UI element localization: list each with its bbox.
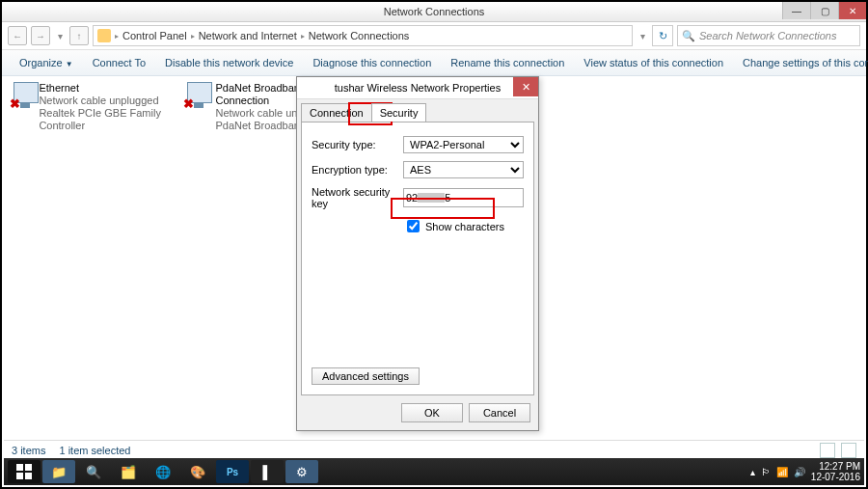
status-item-count: 3 items — [12, 445, 45, 456]
advanced-settings-button[interactable]: Advanced settings — [312, 367, 420, 385]
change-settings-button[interactable]: Change settings of this connection — [733, 57, 868, 68]
control-panel-icon — [97, 29, 111, 42]
tray-clock[interactable]: 12:27 PM 12-07-2016 — [811, 461, 860, 482]
nav-forward-button[interactable]: → — [31, 26, 50, 45]
taskbar-chrome[interactable]: 🌐 — [147, 460, 179, 483]
connection-status: Network cable unplugged — [39, 95, 176, 107]
breadcrumb-root[interactable]: Control Panel — [122, 30, 187, 41]
show-characters-label: Show characters — [425, 221, 504, 232]
details-view-icon[interactable] — [820, 443, 835, 458]
minimize-button[interactable]: — — [782, 2, 810, 19]
error-x-icon: ✖ — [10, 96, 20, 111]
ok-button[interactable]: OK — [401, 403, 463, 422]
breadcrumb[interactable]: ▸ Control Panel ▸ Network and Internet ▸… — [93, 25, 633, 46]
security-type-label: Security type: — [312, 139, 403, 150]
tab-connection[interactable]: Connection — [301, 103, 372, 122]
content-area: ✖ Ethernet Network cable unplugged Realt… — [2, 76, 866, 452]
diagnose-button[interactable]: Diagnose this connection — [303, 57, 441, 68]
breadcrumb-mid[interactable]: Network and Internet — [199, 30, 297, 41]
window-title: Network Connections — [2, 6, 866, 17]
window-titlebar: Network Connections — ▢ ✕ — [2, 2, 866, 22]
command-toolbar: Organize ▼ Connect To Disable this netwo… — [2, 50, 866, 76]
view-status-button[interactable]: View status of this connection — [574, 57, 733, 68]
show-characters-checkbox[interactable] — [407, 220, 420, 232]
security-type-select[interactable]: WPA2-Personal — [403, 136, 524, 153]
close-button[interactable]: ✕ — [838, 2, 866, 19]
svg-rect-0 — [16, 464, 23, 471]
network-key-label: Network security key — [312, 186, 403, 209]
connection-ethernet[interactable]: ✖ Ethernet Network cable unplugged Realt… — [12, 82, 176, 132]
wireless-properties-dialog: tushar Wireless Network Properties ✕ Con… — [296, 76, 539, 431]
taskbar-explorer[interactable]: 📁 — [42, 460, 75, 483]
taskbar-app-3[interactable]: 🎨 — [181, 460, 214, 483]
dialog-close-button[interactable]: ✕ — [513, 77, 538, 96]
cancel-button[interactable]: Cancel — [469, 403, 530, 422]
status-bar: 3 items 1 item selected — [4, 440, 864, 460]
dialog-titlebar: tushar Wireless Network Properties ✕ — [297, 77, 538, 99]
connection-name: Ethernet — [39, 82, 176, 95]
taskbar-settings[interactable]: ⚙ — [285, 460, 318, 483]
taskbar-app-2[interactable]: 🗂️ — [112, 460, 145, 483]
nav-back-button[interactable]: ← — [8, 26, 27, 45]
connection-adapter: Realtek PCIe GBE Family Controller — [39, 107, 176, 132]
breadcrumb-leaf[interactable]: Network Connections — [309, 30, 410, 41]
address-bar: ← → ▾ ↑ ▸ Control Panel ▸ Network and In… — [2, 22, 866, 50]
tray-flag-icon[interactable]: 🏳 — [761, 467, 771, 477]
start-button[interactable] — [8, 460, 41, 483]
svg-rect-3 — [25, 473, 32, 479]
tray-volume-icon[interactable]: 🔊 — [794, 467, 805, 477]
dialog-title: tushar Wireless Network Properties — [297, 82, 538, 94]
large-icons-view-icon[interactable] — [841, 443, 856, 458]
connect-to-button[interactable]: Connect To — [83, 57, 155, 68]
search-icon: 🔍 — [682, 30, 695, 42]
key-masked — [418, 193, 445, 203]
encryption-type-select[interactable]: AES — [403, 161, 524, 178]
taskbar-photoshop[interactable]: Ps — [216, 460, 249, 483]
tray-up-icon[interactable]: ▴ — [750, 467, 755, 477]
nav-up-button[interactable]: ↑ — [69, 26, 89, 45]
taskbar: 📁 🔍 🗂️ 🌐 🎨 Ps ▌ ⚙ ▴ 🏳 📶 🔊 12:27 PM 12-07… — [4, 458, 864, 485]
tab-security[interactable]: Security — [371, 103, 427, 122]
status-selected: 1 item selected — [59, 445, 130, 456]
svg-rect-2 — [16, 473, 23, 479]
nav-history-dropdown[interactable]: ▾ — [54, 27, 66, 44]
svg-rect-1 — [25, 464, 32, 471]
encryption-type-label: Encryption type: — [312, 164, 403, 176]
taskbar-app-1[interactable]: 🔍 — [77, 460, 110, 483]
refresh-button[interactable]: ↻ — [652, 25, 673, 46]
disable-device-button[interactable]: Disable this network device — [155, 57, 303, 68]
error-x-icon: ✖ — [183, 96, 194, 111]
search-input[interactable]: 🔍 Search Network Connections — [677, 25, 860, 46]
tab-body: Security type: WPA2-Personal Encryption … — [301, 122, 534, 395]
tray-network-icon[interactable]: 📶 — [776, 467, 788, 477]
rename-button[interactable]: Rename this connection — [441, 57, 574, 68]
taskbar-cmd[interactable]: ▌ — [251, 460, 284, 483]
network-key-input[interactable]: 925 — [403, 188, 524, 207]
breadcrumb-dropdown[interactable]: ▾ — [637, 27, 648, 44]
search-placeholder: Search Network Connections — [699, 30, 836, 41]
organize-menu[interactable]: Organize ▼ — [10, 57, 83, 68]
maximize-button[interactable]: ▢ — [810, 2, 838, 19]
